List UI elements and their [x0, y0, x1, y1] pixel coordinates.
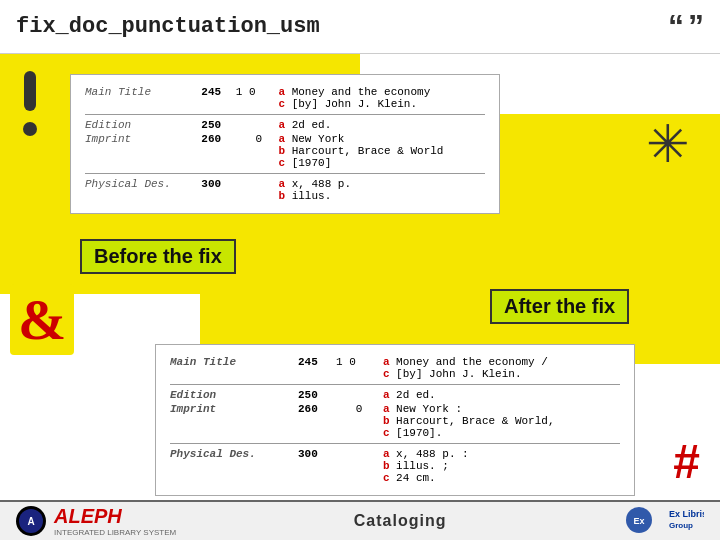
exclaim-icon: [10, 69, 50, 151]
svg-text:Ex: Ex: [633, 516, 644, 526]
aleph-name: ALEPH: [54, 505, 122, 527]
svg-text:A: A: [27, 516, 34, 527]
table-row: Edition 250 a 2d ed.: [166, 388, 624, 402]
svg-point-1: [23, 122, 37, 136]
table-row: Physical Des. 300 a x, 488 p. : b illus.…: [166, 447, 624, 485]
svg-text:Ex Libris: Ex Libris: [669, 509, 704, 519]
aleph-logo-icon: A: [16, 506, 46, 536]
footer-center-label: Cataloging: [354, 512, 447, 530]
hash-icon: #: [673, 434, 700, 489]
header: fix_doc_punctuation_usm “ ”: [0, 0, 720, 54]
after-label: After the fix: [490, 289, 629, 324]
table-row: Edition 250 a 2d ed.: [81, 118, 489, 132]
main-content: ✳ & # Before the fix After the fix Main …: [0, 54, 720, 524]
table-row: [81, 111, 489, 118]
table-row: Main Title 245 1 0 a Money and the econo…: [166, 355, 624, 381]
table-row: Main Title 245 1 0 a Money and the econo…: [81, 85, 489, 111]
quote-decoration: “ ”: [668, 8, 704, 45]
footer-left: A ALEPH INTEGRATED LIBRARY SYSTEM: [16, 505, 176, 537]
table-row: Imprint 260 0 a New York b Harcourt, Bra…: [81, 132, 489, 170]
after-record-box: Main Title 245 1 0 a Money and the econo…: [155, 344, 635, 496]
before-label: Before the fix: [80, 239, 236, 274]
table-row: Imprint 260 0 a New York : b Harcourt, B…: [166, 402, 624, 440]
aleph-brand: ALEPH INTEGRATED LIBRARY SYSTEM: [54, 505, 176, 537]
exlibris-logo: Ex Ex Libris Group: [624, 505, 704, 537]
footer: A ALEPH INTEGRATED LIBRARY SYSTEM Catalo…: [0, 500, 720, 540]
open-quote-icon: “: [668, 8, 684, 45]
svg-text:Group: Group: [669, 521, 693, 530]
close-quote-icon: ”: [688, 8, 704, 45]
page-title: fix_doc_punctuation_usm: [16, 14, 320, 39]
table-row: [166, 381, 624, 388]
table-row: [166, 440, 624, 447]
svg-rect-0: [24, 71, 36, 111]
ils-label: INTEGRATED LIBRARY SYSTEM: [54, 528, 176, 537]
before-record-box: Main Title 245 1 0 a Money and the econo…: [70, 74, 500, 214]
table-row: [81, 170, 489, 177]
table-row: Physical Des. 300 a x, 488 p. b illus.: [81, 177, 489, 203]
star-icon: ✳: [646, 114, 690, 174]
ampersand-icon: &: [10, 284, 74, 355]
